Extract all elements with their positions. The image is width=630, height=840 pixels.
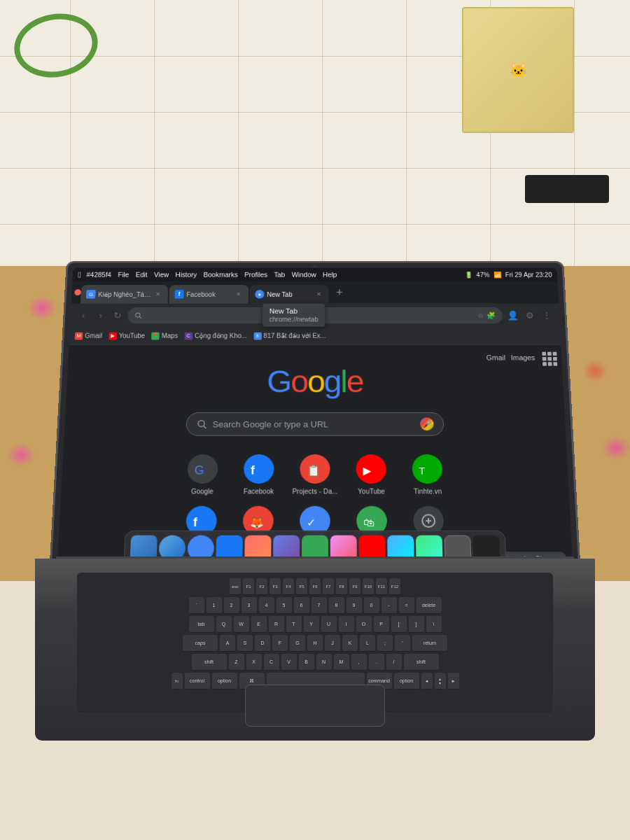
key-s[interactable]: S	[237, 635, 253, 652]
extensions-button[interactable]: ⚙	[522, 309, 538, 323]
key-9[interactable]: 9	[346, 597, 362, 614]
key-m[interactable]: M	[334, 654, 349, 671]
key-semicolon[interactable]: ;	[377, 635, 393, 652]
google-apps-icon[interactable]	[540, 350, 556, 365]
key-backslash[interactable]: \	[426, 616, 442, 633]
key-w[interactable]: W	[234, 616, 249, 633]
key-a[interactable]: A	[220, 635, 235, 652]
key-f3[interactable]: F3	[270, 578, 281, 595]
key-arrow-right[interactable]: ►	[448, 673, 459, 690]
menu-window[interactable]: Window	[292, 271, 316, 279]
key-c[interactable]: C	[264, 654, 279, 671]
key-f1[interactable]: F1	[243, 578, 254, 595]
key-rbracket[interactable]: ]	[409, 616, 424, 633]
extension-icon[interactable]: 🧩	[486, 312, 496, 320]
key-4[interactable]: 4	[259, 597, 274, 614]
tab-newtab[interactable]: ● New Tab ✕	[250, 285, 329, 304]
back-button[interactable]: ‹	[76, 309, 91, 323]
shortcut-projects[interactable]: 📋 Projects - Da...	[291, 454, 340, 495]
key-0[interactable]: 0	[364, 597, 379, 614]
key-slash[interactable]: /	[386, 654, 402, 671]
key-f7[interactable]: F7	[323, 578, 334, 595]
key-r[interactable]: R	[269, 616, 284, 633]
menu-edit[interactable]: Edit	[135, 271, 147, 279]
key-arrows-updown[interactable]: ▲▼	[435, 673, 446, 690]
key-f[interactable]: F	[272, 635, 288, 652]
key-shift-left[interactable]: shift	[192, 654, 227, 671]
key-n[interactable]: N	[316, 654, 332, 671]
key-tab[interactable]: tab	[189, 616, 214, 633]
key-f8[interactable]: F8	[336, 578, 347, 595]
menu-tab[interactable]: Tab	[274, 271, 285, 279]
close-button[interactable]	[74, 289, 81, 295]
tab-close-2[interactable]: ✕	[234, 290, 243, 298]
key-z[interactable]: Z	[229, 654, 244, 671]
key-x[interactable]: X	[246, 654, 262, 671]
bookmark-youtube[interactable]: ▶ YouTube	[108, 332, 145, 340]
key-k[interactable]: K	[342, 635, 358, 652]
voice-search-button[interactable]: 🎤	[420, 417, 434, 430]
shortcut-google[interactable]: G Google	[178, 454, 227, 495]
key-period[interactable]: .	[369, 654, 384, 671]
key-lbracket[interactable]: [	[391, 616, 407, 633]
key-f5[interactable]: F5	[296, 578, 307, 595]
tab-facebook[interactable]: f Facebook ✕	[169, 285, 248, 304]
apple-menu-icon[interactable]: 	[78, 270, 81, 279]
shortcut-youtube[interactable]: ▶ YouTube	[347, 454, 396, 495]
key-comma[interactable]: ,	[351, 654, 367, 671]
reload-button[interactable]: ↻	[110, 309, 125, 323]
key-f10[interactable]: F10	[363, 578, 374, 595]
key-capslock[interactable]: caps	[183, 635, 218, 652]
key-j[interactable]: J	[325, 635, 340, 652]
trackpad[interactable]	[245, 685, 385, 727]
key-fn[interactable]: fn	[172, 673, 183, 690]
key-option-right[interactable]: option	[394, 673, 419, 690]
menu-bookmarks[interactable]: Bookmarks	[203, 271, 237, 279]
key-h[interactable]: H	[307, 635, 323, 652]
forward-button[interactable]: ›	[93, 309, 108, 323]
key-f11[interactable]: F11	[376, 578, 387, 595]
bookmark-817[interactable]: 8 817 Bắt đầu với Ex...	[253, 332, 326, 340]
key-equals[interactable]: =	[399, 597, 414, 614]
key-f4[interactable]: F4	[283, 578, 294, 595]
key-f9[interactable]: F9	[349, 578, 360, 595]
key-y[interactable]: Y	[304, 616, 319, 633]
key-v[interactable]: V	[281, 654, 297, 671]
menu-view[interactable]: View	[154, 271, 169, 279]
key-control[interactable]: control	[185, 673, 210, 690]
key-3[interactable]: 3	[241, 597, 257, 614]
key-e[interactable]: E	[251, 616, 267, 633]
menu-chrome[interactable]: #4285f4	[86, 271, 111, 279]
key-6[interactable]: 6	[294, 597, 309, 614]
bookmark-star-icon[interactable]: ☆	[477, 312, 484, 320]
menu-profiles[interactable]: Profiles	[244, 271, 267, 279]
key-t[interactable]: T	[286, 616, 302, 633]
chrome-menu-button[interactable]: ⋮	[539, 309, 554, 323]
key-1[interactable]: 1	[206, 597, 222, 614]
bookmark-maps[interactable]: 📍 Maps	[151, 332, 178, 340]
key-o[interactable]: O	[356, 616, 372, 633]
images-link[interactable]: Images	[510, 354, 535, 361]
key-u[interactable]: U	[321, 616, 337, 633]
key-f12[interactable]: F12	[389, 578, 400, 595]
tab-close-1[interactable]: ✕	[153, 290, 163, 298]
key-f2[interactable]: F2	[256, 578, 267, 595]
menu-history[interactable]: History	[175, 271, 197, 279]
key-shift-right[interactable]: shift	[404, 654, 439, 671]
key-d[interactable]: D	[255, 635, 270, 652]
shortcut-tinhte[interactable]: T Tinhte.vn	[403, 454, 452, 495]
key-quote[interactable]: '	[395, 635, 410, 652]
gmail-link[interactable]: Gmail	[486, 354, 505, 361]
key-minus[interactable]: -	[382, 597, 397, 614]
key-g[interactable]: G	[290, 635, 305, 652]
new-tab-button[interactable]: +	[330, 284, 349, 301]
key-q[interactable]: Q	[216, 616, 232, 633]
tab-close-3[interactable]: ✕	[314, 290, 323, 298]
key-5[interactable]: 5	[276, 597, 292, 614]
menu-help[interactable]: Help	[323, 271, 337, 279]
menu-file[interactable]: File	[118, 271, 129, 279]
key-8[interactable]: 8	[329, 597, 344, 614]
key-backtick[interactable]: `	[189, 597, 204, 614]
profile-button[interactable]: 👤	[505, 309, 520, 323]
key-esc[interactable]: esc	[230, 578, 241, 595]
